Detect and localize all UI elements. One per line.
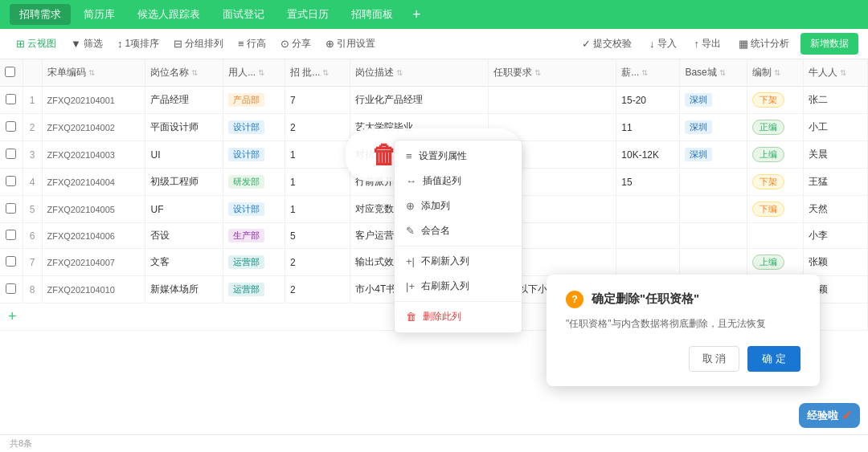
submit-check-label: 提交校验 <box>593 37 632 51</box>
submit-check-button[interactable]: ✓ 提交校验 <box>575 34 638 54</box>
filter-label: 筛选 <box>84 37 103 51</box>
col-code[interactable]: 宋单编码⇅ <box>42 59 145 87</box>
cell-dept: 设计部 <box>223 196 285 223</box>
cell-salary <box>616 223 680 249</box>
group-button[interactable]: ⊟ 分组排列 <box>167 34 230 54</box>
cell-code: ZFXQ202104003 <box>42 141 145 169</box>
row-height-button[interactable]: ≡ 行高 <box>231 34 272 54</box>
col-owner[interactable]: 牛人人⇅ <box>804 59 868 87</box>
cell-city: 深圳 <box>680 114 747 141</box>
add-data-button[interactable]: 新增数据 <box>800 33 858 55</box>
col-status[interactable]: 编制⇅ <box>747 59 804 87</box>
nav-add-button[interactable]: + <box>406 7 428 22</box>
cloud-view-button[interactable]: ⊞ 云视图 <box>10 34 63 54</box>
ctx-insert-left[interactable]: +| 不刷新入列 <box>395 249 522 274</box>
insert-right-icon: |+ <box>406 280 415 292</box>
ctx-insert-right[interactable]: |+ 右刷新入列 <box>395 274 522 299</box>
sort-button[interactable]: ↕ 1项排序 <box>111 34 166 54</box>
cell-count: 1 <box>285 196 350 223</box>
export-icon: ↑ <box>694 38 700 50</box>
cell-code: ZFXQ202104010 <box>42 276 145 303</box>
cell-req <box>489 87 616 114</box>
insert-before-icon: ↔ <box>406 175 416 187</box>
cell-name: UF <box>145 196 223 223</box>
cell-city <box>680 249 747 276</box>
add-col-icon: ⊕ <box>406 200 415 212</box>
table-row: 1 ZFXQ202104001 产品经理 产品部 7 行业化产品经理 15-20… <box>0 87 868 114</box>
toolbar: ⊞ 云视图 ▼ 筛选 ↕ 1项排序 ⊟ 分组排列 ≡ 行高 ⊙ 分享 ⊕ 引用设… <box>0 29 868 59</box>
nav-item-interview[interactable]: 面试登记 <box>213 4 274 25</box>
col-desc[interactable]: 岗位描述⇅ <box>350 59 489 87</box>
filter-button[interactable]: ▼ 筛选 <box>64 34 109 54</box>
ctx-divider <box>395 246 522 246</box>
cancel-button[interactable]: 取 消 <box>689 346 740 372</box>
row-checkbox[interactable] <box>0 141 23 169</box>
share-button[interactable]: ⊙ 分享 <box>274 34 317 54</box>
col-salary[interactable]: 薪...⇅ <box>616 59 680 87</box>
ctx-rename[interactable]: ✎ 会合名 <box>395 218 522 243</box>
import-label: 导入 <box>657 37 677 51</box>
warning-icon: ? <box>566 291 583 308</box>
sort-icon-status: ⇅ <box>774 68 780 77</box>
cell-dept: 研发部 <box>223 169 285 196</box>
cell-status: 下架 <box>747 169 804 196</box>
ref-setting-button[interactable]: ⊕ 引用设置 <box>319 34 382 54</box>
row-checkbox[interactable] <box>0 223 23 249</box>
confirm-dialog: ? 确定删除"任职资格" "任职资格"与内含数据将彻底删除，且无法恢复 取 消 … <box>547 275 820 386</box>
filter-icon: ▼ <box>71 38 81 50</box>
stats-button[interactable]: ▦ 统计分析 <box>732 34 796 54</box>
ctx-set-col-props[interactable]: ≡ 设置列属性 <box>395 144 522 169</box>
grid-icon: ⊞ <box>16 38 25 50</box>
nav-item-board[interactable]: 招聘面板 <box>342 4 403 25</box>
top-nav: 招聘需求 简历库 候选人跟踪表 面试登记 置式日历 招聘面板 + <box>0 0 868 29</box>
cell-salary: 11 <box>616 114 680 141</box>
bottom-bar: 共8条 <box>0 434 868 452</box>
cell-count: 1 <box>285 141 350 169</box>
nav-item-tracking[interactable]: 候选人跟踪表 <box>128 4 210 25</box>
row-checkbox[interactable] <box>0 169 23 196</box>
checkbox-header[interactable] <box>0 59 23 87</box>
confirm-description: "任职资格"与内含数据将彻底删除，且无法恢复 <box>566 316 800 332</box>
cell-count: 2 <box>285 114 350 141</box>
watermark-check: ✓ <box>841 408 852 423</box>
cell-owner: 关晨 <box>804 141 868 169</box>
confirm-button[interactable]: 确 定 <box>747 346 800 372</box>
row-checkbox[interactable] <box>0 114 23 141</box>
export-button[interactable]: ↑ 导出 <box>688 34 728 54</box>
group-icon: ⊟ <box>174 38 182 50</box>
cell-status: 下编 <box>747 196 804 223</box>
col-req[interactable]: 任职要求⇅ <box>489 59 616 87</box>
row-checkbox[interactable] <box>0 87 23 114</box>
ctx-add-col[interactable]: ⊕ 添加列 <box>395 193 522 218</box>
toolbar-left: ⊞ 云视图 ▼ 筛选 ↕ 1项排序 ⊟ 分组排列 ≡ 行高 ⊙ 分享 ⊕ 引用设… <box>10 34 574 54</box>
cell-status <box>747 223 804 249</box>
nav-item-resume[interactable]: 简历库 <box>74 4 125 25</box>
cell-code: ZFXQ202104007 <box>42 249 145 276</box>
row-checkbox[interactable] <box>0 196 23 223</box>
sort-icon-salary: ⇅ <box>641 68 648 77</box>
col-city[interactable]: Base城⇅ <box>680 59 747 87</box>
ctx-insert-before[interactable]: ↔ 插值起列 <box>395 169 522 193</box>
col-count[interactable]: 招 批...⇅ <box>285 59 350 87</box>
select-all-checkbox[interactable] <box>5 67 15 77</box>
sort-icon-city: ⇅ <box>719 68 726 77</box>
col-dept[interactable]: 用人...⇅ <box>223 59 285 87</box>
cell-salary <box>616 249 680 276</box>
row-number: 4 <box>23 169 42 196</box>
cell-city <box>680 196 747 223</box>
cell-owner: 王猛 <box>804 169 868 196</box>
cell-dept: 设计部 <box>223 114 285 141</box>
nav-item-calendar[interactable]: 置式日历 <box>277 4 338 25</box>
nav-item-recruiting[interactable]: 招聘需求 <box>10 4 71 25</box>
ctx-delete-col[interactable]: 🗑 删除此列 <box>395 304 522 329</box>
col-name[interactable]: 岗位名称⇅ <box>145 59 223 87</box>
row-height-label: 行高 <box>247 37 266 51</box>
row-checkbox[interactable] <box>0 249 23 276</box>
cell-name: 否设 <box>145 223 223 249</box>
sort-icon-code: ⇅ <box>88 68 95 77</box>
cell-salary: 15-20 <box>616 87 680 114</box>
row-checkbox[interactable] <box>0 276 23 303</box>
cell-owner: 小李 <box>804 223 868 249</box>
import-button[interactable]: ↓ 导入 <box>643 34 683 54</box>
context-menu: ≡ 设置列属性 ↔ 插值起列 ⊕ 添加列 ✎ 会合名 +| 不刷新入列 |+ 右… <box>394 140 522 333</box>
